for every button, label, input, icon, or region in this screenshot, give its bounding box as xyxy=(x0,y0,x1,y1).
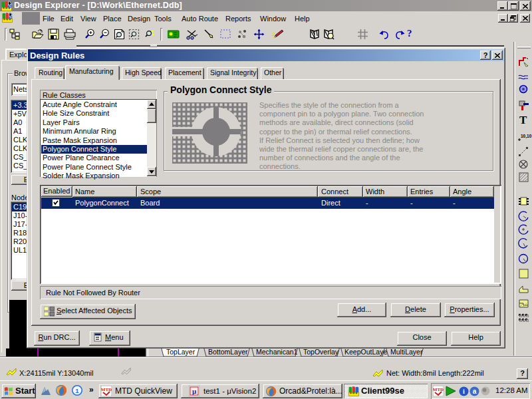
svg-text:TopOverlay: TopOverlay xyxy=(303,348,339,356)
svg-text:MTD: MTD xyxy=(433,387,444,392)
svg-text:KeepOutLayer: KeepOutLayer xyxy=(344,348,390,356)
svg-text:TopLayer: TopLayer xyxy=(166,348,196,356)
svg-text:μ: μ xyxy=(192,387,197,395)
svg-text:MultiLayer: MultiLayer xyxy=(390,348,423,356)
svg-text:BottomLayer: BottomLayer xyxy=(208,348,248,356)
svg-text:10,10: 10,10 xyxy=(521,134,532,139)
svg-text:Mechanican1: Mechanican1 xyxy=(256,348,298,356)
svg-text:a: a xyxy=(473,388,477,395)
svg-text:MTD: MTD xyxy=(101,387,112,392)
svg-text:i: i xyxy=(463,388,465,395)
svg-text:1: 1 xyxy=(75,387,79,394)
